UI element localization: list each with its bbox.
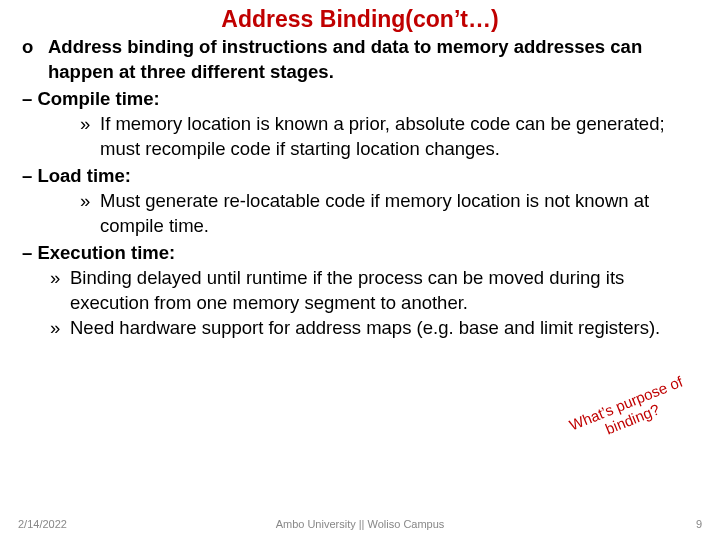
stage-load-text: Must generate re-locatable code if memor… [100,189,706,239]
stage-exec-text-a: Binding delayed until runtime if the pro… [70,266,706,316]
intro-line: o Address binding of instructions and da… [18,35,706,85]
slide-title: Address Binding(con’t…) [0,0,720,35]
stage-exec-detail-a: » Binding delayed until runtime if the p… [18,266,706,316]
intro-text: Address binding of instructions and data… [48,35,706,85]
stage-exec-marker-b: » [50,316,70,341]
stage-compile-head: – Compile time: [18,87,706,112]
slide-body: o Address binding of instructions and da… [0,35,720,341]
stage-compile-text: If memory location is known a prior, abs… [100,112,706,162]
stage-compile-detail: » If memory location is known a prior, a… [18,112,706,162]
stage-exec-head: – Execution time: [18,241,706,266]
callout-annotation: What’s purpose of binding? [568,374,692,450]
stage-load-detail: » Must generate re-locatable code if mem… [18,189,706,239]
stage-load-marker: » [80,189,100,239]
footer-page-number: 9 [696,518,702,530]
stage-load-head: – Load time: [18,164,706,189]
intro-bullet: o [18,35,48,85]
stage-exec-text-b: Need hardware support for address maps (… [70,316,706,341]
stage-compile-marker: » [80,112,100,162]
footer-center: Ambo University || Woliso Campus [0,518,720,530]
stage-exec-detail-b: » Need hardware support for address maps… [18,316,706,341]
slide: Address Binding(con’t…) o Address bindin… [0,0,720,540]
stage-exec-marker-a: » [50,266,70,316]
